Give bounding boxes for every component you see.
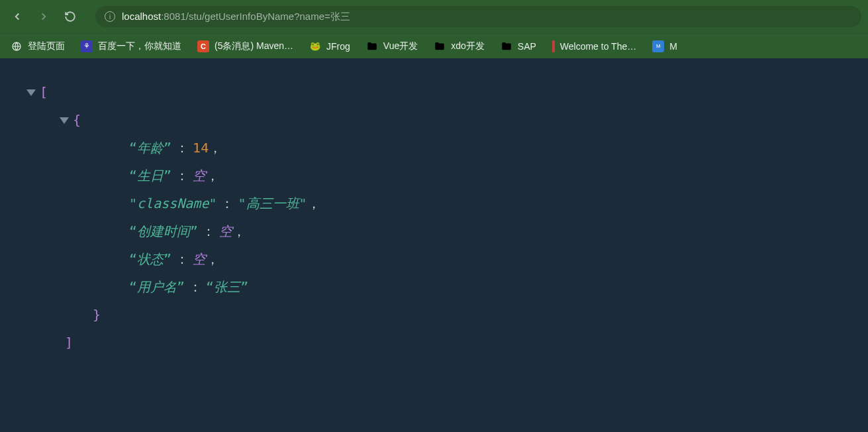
reload-button[interactable]: [60, 6, 81, 27]
bookmark-label: (5条消息) Maven…: [215, 40, 293, 52]
back-button[interactable]: [7, 6, 28, 27]
json-key: 创建时间: [137, 217, 190, 245]
globe-icon: [11, 40, 23, 52]
csdn-icon: C: [197, 40, 209, 52]
json-value-null: 空: [193, 245, 206, 273]
json-value-string: 高三一班: [246, 189, 299, 217]
json-entry: “状态”：空，: [26, 245, 842, 273]
folder-icon: [434, 40, 446, 52]
json-key: 用户名: [137, 273, 177, 301]
folder-icon: [501, 40, 512, 52]
frog-icon: 🐸: [309, 40, 321, 52]
json-entry: "className"："高三一班"，: [26, 189, 842, 217]
bookmark-label: SAP: [518, 41, 536, 52]
bookmark-label: Welcome to The…: [560, 41, 636, 52]
site-info-icon[interactable]: i: [105, 11, 115, 22]
json-array-open: [: [26, 78, 842, 106]
json-value-number: 14: [193, 134, 209, 162]
bookmark-label: 登陆页面: [28, 40, 65, 52]
json-value-string: 张三: [214, 273, 240, 301]
folder-icon: [366, 40, 378, 52]
json-array-close: ]: [26, 329, 842, 356]
json-key: className: [137, 189, 209, 217]
json-entry: “年龄”：14，: [26, 134, 842, 162]
mdn-icon: M: [652, 40, 664, 52]
bookmark-item[interactable]: ⚘百度一下，你就知道: [81, 40, 181, 52]
collapse-toggle-icon[interactable]: [26, 89, 36, 96]
bookmark-item[interactable]: SAP: [501, 40, 536, 52]
collapse-toggle-icon[interactable]: [60, 117, 69, 124]
url-text: localhost:8081/stu/getUserInfoByName?nam…: [122, 11, 350, 23]
browser-toolbar: i localhost:8081/stu/getUserInfoByName?n…: [0, 0, 868, 33]
red-icon: [552, 40, 555, 52]
bookmark-label: M: [669, 41, 677, 52]
json-value-null: 空: [193, 162, 206, 189]
bookmark-item[interactable]: C(5条消息) Maven…: [197, 40, 293, 52]
bookmark-item[interactable]: 🐸JFrog: [309, 40, 350, 52]
bookmark-item[interactable]: Welcome to The…: [552, 40, 636, 52]
bookmark-label: 百度一下，你就知道: [98, 40, 181, 52]
json-value-null: 空: [219, 217, 232, 245]
baidu-icon: ⚘: [81, 40, 93, 52]
json-key: 生日: [137, 162, 164, 189]
bookmark-label: xdo开发: [451, 40, 485, 52]
json-object-close: }: [26, 301, 842, 329]
bookmark-item[interactable]: 登陆页面: [11, 40, 65, 52]
json-entry: “生日”：空，: [26, 162, 842, 189]
forward-button[interactable]: [33, 6, 54, 27]
bookmarks-bar: 登陆页面⚘百度一下，你就知道C(5条消息) Maven…🐸JFrogVue开发x…: [0, 33, 868, 58]
json-key: 状态: [137, 245, 164, 273]
json-viewer: [ { “年龄”：14，“生日”：空，"className"："高三一班"，“创…: [0, 58, 868, 376]
bookmark-item[interactable]: Vue开发: [366, 40, 418, 52]
json-entry: “用户名”：“张三”: [26, 273, 842, 301]
bookmark-label: JFrog: [326, 41, 350, 52]
bookmark-item[interactable]: MM: [652, 40, 677, 52]
url-host: localhost: [122, 11, 161, 22]
address-bar[interactable]: i localhost:8081/stu/getUserInfoByName?n…: [95, 6, 861, 27]
json-key: 年龄: [137, 134, 164, 162]
json-entry: “创建时间”：空，: [26, 217, 842, 245]
json-object-open: {: [26, 106, 842, 134]
bookmark-item[interactable]: xdo开发: [434, 40, 485, 52]
url-path: :8081/stu/getUserInfoByName?name=张三: [161, 11, 350, 22]
bookmark-label: Vue开发: [383, 40, 418, 52]
